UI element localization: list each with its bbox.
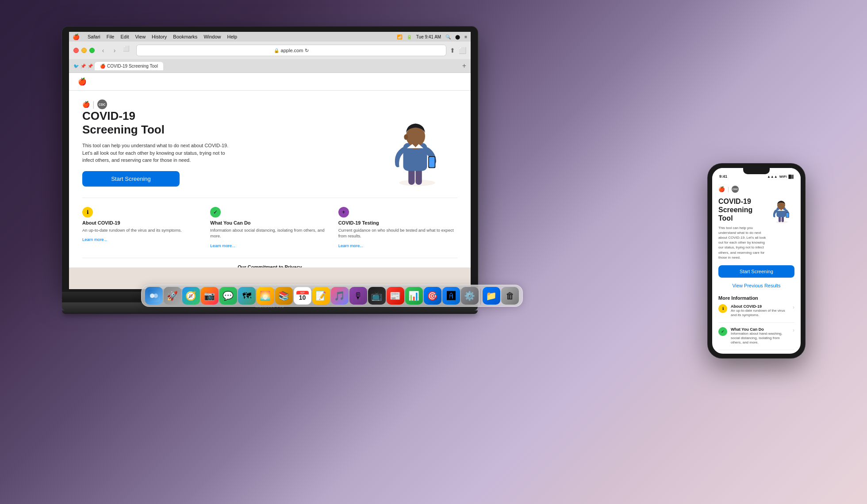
sidebar-button[interactable]: ⬜ — [123, 46, 133, 55]
iphone-info-about-covid[interactable]: ℹ About COVID-19 An up-to-date rundown o… — [718, 304, 794, 323]
view-menu[interactable]: View — [135, 34, 146, 39]
dock-icon-numbers[interactable]: 📊 — [405, 287, 423, 305]
svg-rect-5 — [429, 157, 435, 167]
tabs-icon[interactable]: ⬜ — [459, 47, 466, 54]
hero-illustration — [369, 109, 457, 189]
dock-icon-tv[interactable]: 📺 — [368, 287, 386, 305]
iphone-covid-chevron: › — [793, 304, 794, 310]
iphone-covid-icon: ℹ — [718, 304, 727, 313]
dock-icon-launchpad[interactable]: 🚀 — [164, 287, 181, 305]
iphone-illustration — [768, 197, 794, 224]
iphone-battery-icon: █▓ — [789, 175, 794, 179]
dock-icon-appstore[interactable]: 🅰 — [442, 287, 460, 305]
safari-tabs-bar: 🐦 📌 📌 🍎 COVID-19 Screening Tool + — [69, 59, 471, 73]
dock-icon-keynote[interactable]: 🎯 — [424, 287, 441, 305]
edit-menu[interactable]: Edit — [120, 34, 129, 39]
iphone-wifi-icon: WiFi — [779, 175, 787, 179]
privacy-section: Our Commitment to Privacy Apple is not c… — [82, 258, 457, 267]
dock-icon-settings[interactable]: ⚙️ — [461, 287, 479, 305]
siri-icon[interactable]: ⬤ — [455, 34, 460, 39]
dock-icon-trash[interactable]: 🗑 — [501, 287, 519, 305]
dock-icon-calendar[interactable]: SEP 10 — [294, 287, 311, 305]
testing-link[interactable]: Learn more... — [338, 243, 364, 248]
iphone-signal-icon: ▲▲▲ — [767, 175, 778, 179]
maximize-button[interactable] — [89, 48, 95, 53]
forward-button[interactable]: › — [110, 46, 119, 55]
iphone-start-screening-button[interactable]: Start Screening — [718, 265, 794, 278]
iphone-body: 9:41 ▲▲▲ WiFi █▓ 🍎 | CDC — [708, 164, 805, 358]
dock-icon-safari[interactable]: 🧭 — [182, 287, 200, 305]
covid-icon: ℹ — [82, 207, 93, 218]
about-covid-link[interactable]: Learn more... — [82, 237, 107, 242]
dock-bar: 🚀 🧭 📷 💬 🗺 🌅 📚 SEP 10 📝 🎵 🎙 📺 📰 — [141, 285, 523, 307]
apple-tab-icon: 🍎 — [100, 64, 105, 69]
about-covid-desc: An up-to-date rundown of the virus and i… — [82, 227, 201, 233]
iphone-cdc-logo: CDC — [732, 186, 739, 193]
safari-menu[interactable]: Safari — [88, 34, 100, 39]
close-button[interactable] — [73, 48, 79, 53]
history-menu[interactable]: History — [152, 34, 167, 39]
domain-text: apple.com — [281, 48, 303, 53]
active-tab[interactable]: 🍎 COVID-19 Screening Tool — [95, 62, 163, 70]
safari-right-icons: ⬆ ⬜ — [450, 47, 466, 54]
pinterest-bookmark[interactable]: 📌 — [81, 64, 86, 69]
reload-icon[interactable]: ↻ — [305, 48, 309, 53]
minimize-button[interactable] — [81, 48, 87, 53]
dock-icon-photos-lib[interactable]: 🌅 — [257, 287, 274, 305]
svg-rect-17 — [786, 213, 789, 218]
dock-icon-notes[interactable]: 📝 — [312, 287, 330, 305]
file-menu[interactable]: File — [107, 34, 115, 39]
iphone-what-desc: Information about hand-washing, social d… — [731, 332, 789, 345]
testing-desc: Current guidance on who should be tested… — [338, 227, 457, 239]
dock: 🚀 🧭 📷 💬 🗺 🌅 📚 SEP 10 📝 🎵 🎙 📺 📰 — [124, 285, 540, 307]
apple-menu-icon[interactable]: 🍎 — [73, 34, 80, 40]
cdc-logo: CDC — [97, 99, 107, 109]
iphone-covid-desc: An up-to-date rundown of the virus and i… — [731, 309, 789, 318]
dock-icon-messages[interactable]: 💬 — [219, 287, 237, 305]
svg-point-7 — [404, 134, 408, 140]
testing-icon: + — [338, 207, 349, 218]
search-icon[interactable]: 🔍 — [445, 34, 451, 39]
iphone-time: 9:41 — [719, 174, 727, 179]
dock-icon-music[interactable]: 🎵 — [331, 287, 349, 305]
about-covid-title: About COVID-19 — [82, 220, 201, 225]
iphone-view-previous-button[interactable]: View Previous Results — [718, 281, 794, 290]
logo-divider: | — [92, 100, 95, 109]
iphone-info-what-can-do[interactable]: ✓ What You Can Do Information about hand… — [718, 327, 794, 350]
info-item-what: ✓ What You Can Do Information about soci… — [210, 207, 329, 249]
other-bookmark[interactable]: 📌 — [88, 64, 93, 69]
what-can-do-link[interactable]: Learn more... — [210, 243, 235, 248]
iphone-logos: 🍎 | CDC — [718, 186, 794, 193]
dock-icon-podcasts[interactable]: 🎙 — [349, 287, 367, 305]
dock-icon-photos-app[interactable]: 📷 — [201, 287, 219, 305]
apple-logo: 🍎 — [78, 77, 87, 86]
twitter-bookmark[interactable]: 🐦 — [73, 64, 79, 69]
dock-icon-finder[interactable] — [145, 287, 163, 305]
dock-icon-maps[interactable]: 🗺 — [238, 287, 256, 305]
covid-tool-content: 🍎 | CDC COVID-19Screening Tool This tool… — [69, 91, 471, 267]
share-icon[interactable]: ⬆ — [450, 47, 455, 54]
macbook: 🍎 Safari File Edit View History Bookmark… — [62, 27, 478, 314]
address-bar[interactable]: 🔒 apple.com ↻ — [136, 45, 446, 56]
help-menu[interactable]: Help — [227, 34, 238, 39]
cdc-text: CDC — [99, 103, 105, 106]
iphone-hero-title: COVID-19Screening Tool — [718, 197, 768, 223]
dock-icon-files[interactable]: 📁 — [483, 287, 500, 305]
iphone-covid-title: About COVID-19 — [731, 304, 789, 309]
control-center-icon[interactable]: ≡ — [464, 34, 467, 39]
new-tab-button[interactable]: + — [462, 62, 466, 70]
start-screening-button[interactable]: Start Screening — [82, 171, 180, 187]
iphone-apple-logo: 🍎 — [718, 186, 725, 192]
bookmarks-menu[interactable]: Bookmarks — [173, 34, 197, 39]
back-button[interactable]: ‹ — [98, 46, 108, 55]
iphone-status-right: ▲▲▲ WiFi █▓ — [767, 175, 794, 179]
iphone-screen: 9:41 ▲▲▲ WiFi █▓ 🍎 | CDC — [712, 168, 801, 354]
macbook-feet — [62, 310, 478, 314]
dock-icon-news[interactable]: 📰 — [387, 287, 404, 305]
what-can-do-title: What You Can Do — [210, 220, 329, 225]
dock-icon-books[interactable]: 📚 — [275, 287, 293, 305]
menubar-right: 📶 🔋 Tue 9:41 AM 🔍 ⬤ ≡ — [397, 34, 467, 39]
window-menu[interactable]: Window — [203, 34, 221, 39]
website-content: 🍎 🍎 | CDC — [69, 73, 471, 267]
info-sections: ℹ About COVID-19 An up-to-date rundown o… — [82, 198, 457, 258]
